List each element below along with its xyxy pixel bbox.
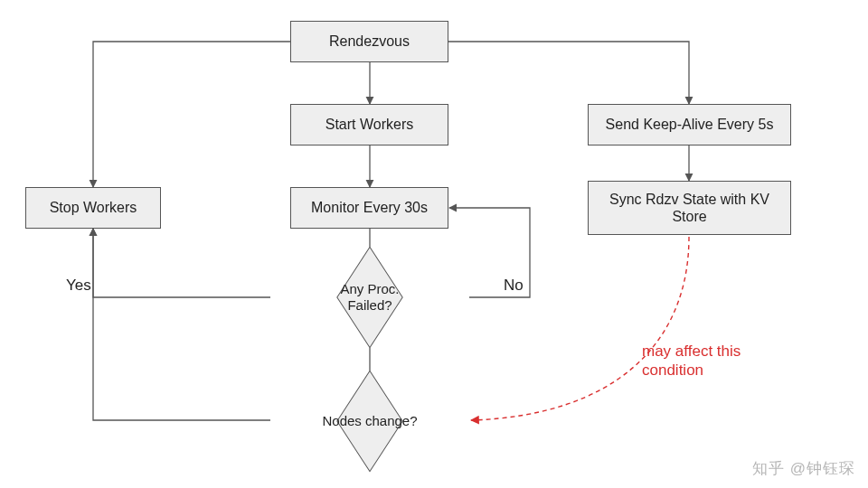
decision-proc-failed: Any Proc. Failed? [340,267,400,327]
watermark-text: 知乎 @钟钰琛 [752,458,855,479]
node-stop-workers: Stop Workers [25,187,161,229]
node-monitor: Monitor Every 30s [290,187,448,229]
node-rendezvous-label: Rendezvous [329,33,410,50]
node-rendezvous: Rendezvous [290,21,448,62]
node-sync-rdzv: Sync Rdzv State with KV Store [588,181,791,235]
node-keepalive-label: Send Keep-Alive Every 5s [606,116,774,133]
decision-nodes-change: Nodes change? [340,391,400,451]
decision-proc-failed-label: Any Proc. Failed? [297,281,442,314]
node-start-workers-label: Start Workers [326,116,414,133]
node-keepalive: Send Keep-Alive Every 5s [588,104,791,145]
node-monitor-label: Monitor Every 30s [311,199,428,216]
decision-nodes-change-label: Nodes change? [297,413,442,429]
edge-label-yes: Yes [66,277,91,295]
node-start-workers: Start Workers [290,104,448,145]
annotation-may-affect: may affect this condition [642,342,741,380]
node-stop-workers-label: Stop Workers [50,199,137,216]
edge-label-no: No [504,277,524,295]
node-sync-rdzv-label: Sync Rdzv State with KV Store [598,191,781,225]
